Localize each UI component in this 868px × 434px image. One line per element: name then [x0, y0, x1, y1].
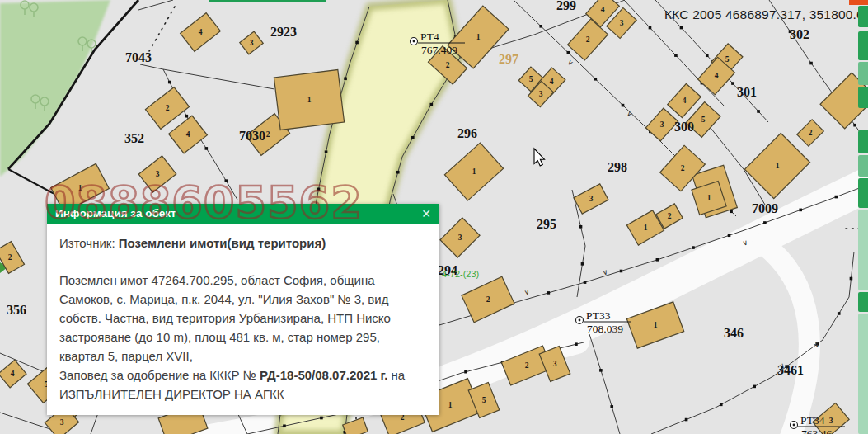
survey-tick	[753, 385, 756, 389]
popup-body: Източник: Поземлени имоти(вид територия)…	[47, 224, 439, 415]
survey-tick	[204, 147, 208, 150]
survey-tick	[584, 281, 587, 284]
coordinate-readout: ККС 2005 4686897.317, 351800.640	[664, 7, 868, 22]
survey-tick	[168, 81, 171, 84]
parcel-label: 302	[790, 27, 809, 41]
parcel-label: 298	[608, 160, 627, 174]
building-number: 2	[668, 212, 672, 220]
survey-tick	[731, 82, 734, 85]
building-number: 4	[11, 370, 15, 378]
survey-tick	[728, 234, 731, 237]
survey-tick	[579, 225, 583, 229]
survey-point-name: РТ34	[800, 414, 825, 427]
building-number: 1	[776, 162, 780, 170]
survey-tick	[850, 277, 853, 281]
survey-tick	[224, 179, 228, 182]
survey-tick	[757, 110, 760, 113]
building-number: 5	[701, 116, 706, 124]
survey-tick	[325, 150, 328, 153]
building-number: 1	[654, 321, 658, 329]
building-number: 2	[809, 129, 813, 137]
building-number: 1	[307, 96, 312, 104]
building-number: 2	[586, 35, 590, 44]
survey-tick	[320, 417, 323, 420]
survey-tick	[809, 62, 813, 65]
survey-point-elevation: 763.46	[801, 427, 832, 434]
building-number: 3	[458, 234, 462, 242]
survey-tick	[283, 424, 286, 427]
survey-tick	[620, 270, 623, 273]
parcel-label: 356	[7, 303, 26, 317]
order-line: Заповед за одобрение на КККР № РД-18-50/…	[59, 366, 427, 384]
survey-tick	[706, 54, 709, 57]
survey-tick	[649, 26, 652, 30]
map-control-button[interactable]	[858, 31, 868, 60]
parcel-label: 297	[499, 52, 518, 66]
info-popup: Информация за обект ✕ Източник: Поземлен…	[47, 204, 439, 415]
building-number: 1	[472, 167, 476, 176]
building-number: 5	[482, 396, 486, 404]
map-control-button[interactable]	[858, 62, 868, 85]
building-number: 3	[250, 39, 254, 47]
parcel-label: 299	[556, 0, 576, 12]
building-number: 2	[681, 164, 685, 172]
parcel-label: 2923	[270, 25, 297, 39]
building-number: 3	[620, 19, 624, 27]
green-annotation: 4-72-(23)	[442, 269, 479, 279]
map-control-button[interactable]	[858, 87, 868, 108]
parcel-label: 352	[124, 131, 144, 145]
map-control-button[interactable]	[858, 210, 868, 290]
building-number: 4	[601, 6, 605, 14]
popup-header: Информация за обект ✕	[47, 204, 439, 224]
survey-tick	[185, 115, 189, 118]
parcel-label: 7009	[752, 201, 778, 215]
building-number: 5	[725, 55, 730, 64]
map-control-button[interactable]	[858, 178, 868, 208]
building-number: 4	[199, 28, 203, 36]
parcel-label: 7043	[125, 50, 152, 64]
building-number: 1	[448, 401, 453, 409]
survey-tick	[355, 41, 359, 45]
close-icon[interactable]: ✕	[421, 208, 431, 219]
parcel-description: Поземлен имот 47264.700.295, област Софи…	[59, 271, 427, 366]
survey-tick	[853, 124, 856, 127]
survey-tick	[838, 312, 841, 315]
building-number: 4	[186, 130, 190, 139]
map-control-button[interactable]	[858, 155, 868, 177]
survey-tick	[622, 104, 625, 107]
parcel-label: 7030	[239, 129, 265, 143]
building[interactable]: 1	[274, 69, 344, 130]
building-number: 3	[539, 90, 543, 98]
source-value: Поземлени имоти(вид територия)	[119, 236, 326, 250]
building-number: 2	[446, 61, 450, 69]
survey-tick	[594, 78, 598, 81]
top-green-strip	[209, 0, 326, 2]
survey-tick	[656, 258, 659, 262]
survey-tick	[674, 54, 678, 57]
survey-point-name: РТ33	[586, 309, 611, 322]
survey-tick	[581, 262, 584, 266]
survey-tick	[547, 291, 551, 295]
survey-tick	[692, 246, 695, 249]
top-right-orange-strip	[849, 0, 868, 5]
survey-tick	[799, 209, 802, 212]
survey-tick	[835, 196, 838, 199]
building-number: 3	[829, 417, 833, 425]
building-number: 1	[644, 224, 648, 232]
building-number: 3	[156, 170, 160, 178]
map-control-button[interactable]	[858, 314, 868, 434]
survey-tick	[763, 221, 767, 224]
map-viewport[interactable]: ∨∨∨∨∨∨∨∨∨∨432431221125431432542114532332…	[0, 0, 868, 434]
building-number: 1	[78, 184, 82, 192]
source-line: Източник: Поземлени имоти(вид територия)	[59, 234, 427, 252]
map-control-button[interactable]	[858, 130, 868, 153]
parcel-label: 300	[674, 120, 694, 134]
building-number: 4	[550, 78, 554, 86]
survey-tick	[317, 188, 321, 191]
survey-tick	[411, 136, 415, 139]
map-control-button[interactable]	[858, 6, 868, 27]
building-number: 3	[60, 418, 64, 427]
map-control-button[interactable]	[858, 292, 868, 312]
building-number: 3	[553, 360, 557, 368]
building-number: 2	[525, 361, 529, 370]
